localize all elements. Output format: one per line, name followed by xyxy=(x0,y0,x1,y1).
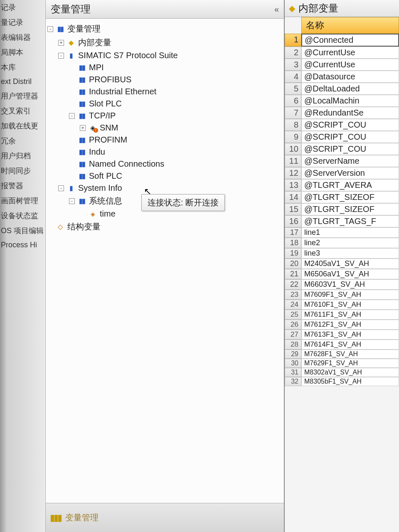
tree-node[interactable]: ▮▮PROFIBUS xyxy=(47,74,282,86)
table-row[interactable]: 27M7613F1_SV_AH xyxy=(285,330,399,340)
cell-name[interactable]: @TLGRT_SIZEOF xyxy=(301,191,399,203)
table-row[interactable]: 2@CurrentUse xyxy=(285,47,399,59)
cell-name[interactable]: @RedundantSe xyxy=(301,107,399,119)
panel-collapse-button[interactable]: « xyxy=(274,5,279,14)
cell-name[interactable]: M6603V1_SV_AH xyxy=(301,279,399,290)
table-row[interactable]: 9@SCRIPT_COU xyxy=(285,131,399,143)
cell-name[interactable]: line2 xyxy=(301,238,399,248)
table-row[interactable]: 6@LocalMachin xyxy=(285,95,399,107)
explorer-item[interactable]: 画面树管理 xyxy=(0,193,45,208)
table-row[interactable]: 14@TLGRT_SIZEOF xyxy=(285,191,399,203)
cell-name[interactable]: M8305bF1_SV_AH xyxy=(301,377,399,386)
tree-node[interactable]: ▮▮Indu xyxy=(47,146,282,158)
table-row[interactable]: 8@SCRIPT_COU xyxy=(285,119,399,131)
cell-name[interactable]: M6506aV1_SV_AH xyxy=(301,269,399,279)
explorer-item[interactable]: 报警器 xyxy=(0,178,45,193)
table-row[interactable]: 16@TLGRT_TAGS_F xyxy=(285,215,399,227)
table-row[interactable]: 13@TLGRT_AVERA xyxy=(285,179,399,191)
cell-name[interactable]: @ServerVersion xyxy=(301,167,399,179)
cell-name[interactable]: line1 xyxy=(301,227,399,238)
cell-name[interactable]: @DeltaLoaded xyxy=(301,83,399,95)
table-row[interactable]: 26M7612F1_SV_AH xyxy=(285,320,399,330)
tree-panel-footer[interactable]: ▮▮▮ 变量管理 xyxy=(46,503,284,532)
explorer-item[interactable]: ext Distril xyxy=(0,75,45,89)
explorer-item[interactable]: Process Hi xyxy=(0,238,45,252)
cell-name[interactable]: @ServerName xyxy=(301,155,399,167)
table-row[interactable]: 10@SCRIPT_COU xyxy=(285,143,399,155)
cell-name[interactable]: M7610F1_SV_AH xyxy=(301,300,399,310)
cell-name[interactable]: M7613F1_SV_AH xyxy=(301,330,399,340)
cell-name[interactable]: @TLGRT_TAGS_F xyxy=(301,215,399,227)
tree-node[interactable]: ◇结构变量 xyxy=(47,220,282,234)
collapse-icon[interactable]: - xyxy=(69,113,75,119)
cell-name[interactable]: @CurrentUse xyxy=(301,59,399,71)
table-row[interactable]: 12@ServerVersion xyxy=(285,167,399,179)
explorer-item[interactable]: 用户管理器 xyxy=(0,89,45,103)
table-row[interactable]: 19line3 xyxy=(285,248,399,259)
tree-node[interactable]: ▮▮Slot PLC xyxy=(47,98,282,110)
cell-name[interactable]: @Datasource xyxy=(301,71,399,83)
cell-name[interactable]: line3 xyxy=(301,248,399,259)
cell-name[interactable]: M7611F1_SV_AH xyxy=(301,310,399,320)
table-row[interactable]: 11@ServerName xyxy=(285,155,399,167)
tree-node[interactable]: +◈SNM xyxy=(47,122,282,134)
table-row[interactable]: 15@TLGRT_SIZEOF xyxy=(285,203,399,215)
explorer-item[interactable]: 加载在线更 xyxy=(0,118,45,133)
table-row[interactable]: 31M8302aV1_SV_AH xyxy=(285,368,399,377)
table-row[interactable]: 25M7611F1_SV_AH xyxy=(285,310,399,320)
tree-node[interactable]: +◆内部变量 xyxy=(47,36,282,49)
tree-node[interactable]: -▮▮TCP/IP xyxy=(47,110,282,122)
tree-node[interactable]: ▮▮Named Connections xyxy=(47,158,282,170)
cell-name[interactable]: M8302aV1_SV_AH xyxy=(301,368,399,377)
cell-name[interactable]: M7609F1_SV_AH xyxy=(301,290,399,300)
cell-name[interactable]: M2405aV1_SV_AH xyxy=(301,259,399,269)
cell-name[interactable]: @LocalMachin xyxy=(301,95,399,107)
collapse-icon[interactable]: - xyxy=(69,198,75,204)
explorer-item[interactable]: 记录 xyxy=(0,0,45,15)
table-row[interactable]: 29M7628F1_SV_AH xyxy=(285,350,399,359)
tree-node[interactable]: -▮SIMATIC S7 Protocol Suite xyxy=(47,49,282,62)
cell-name[interactable]: @CurrentUse xyxy=(301,47,399,59)
cell-name[interactable]: @Connected xyxy=(301,34,399,47)
collapse-icon[interactable]: - xyxy=(58,185,64,191)
explorer-item[interactable]: OS 项目编辑 xyxy=(0,223,45,238)
cell-name[interactable]: @SCRIPT_COU xyxy=(301,143,399,155)
cell-name[interactable]: @TLGRT_AVERA xyxy=(301,179,399,191)
table-row[interactable]: 7@RedundantSe xyxy=(285,107,399,119)
explorer-item[interactable]: 冗余 xyxy=(0,133,45,148)
column-header-name[interactable]: 名称 xyxy=(301,17,399,34)
table-row[interactable]: 23M7609F1_SV_AH xyxy=(285,290,399,300)
explorer-item[interactable]: 用户归档 xyxy=(0,148,45,163)
table-row[interactable]: 32M8305bF1_SV_AH xyxy=(285,377,399,386)
explorer-item[interactable]: 时间同步 xyxy=(0,163,45,178)
cell-name[interactable]: M7628F1_SV_AH xyxy=(301,350,399,359)
expand-icon[interactable]: + xyxy=(58,40,64,46)
tree-node[interactable]: -▮System Info xyxy=(47,182,282,194)
table-row[interactable]: 28M7614F1_SV_AH xyxy=(285,340,399,350)
tree-node[interactable]: ▮▮Soft PLC xyxy=(47,170,282,182)
explorer-item[interactable]: 交叉索引 xyxy=(0,103,45,118)
collapse-icon[interactable]: - xyxy=(47,26,53,32)
table-row[interactable]: 3@CurrentUse xyxy=(285,59,399,71)
table-row[interactable]: 21M6506aV1_SV_AH xyxy=(285,269,399,279)
tree-node[interactable]: -▮▮变量管理 xyxy=(47,22,282,36)
table-row[interactable]: 30M7629F1_SV_AH xyxy=(285,359,399,368)
table-row[interactable]: 4@Datasource xyxy=(285,71,399,83)
table-row[interactable]: 5@DeltaLoaded xyxy=(285,83,399,95)
explorer-item[interactable]: 表编辑器 xyxy=(0,30,45,45)
explorer-item[interactable]: 量记录 xyxy=(0,15,45,30)
tree-node[interactable]: ▮▮MPI xyxy=(47,62,282,74)
table-row[interactable]: 18line2 xyxy=(285,238,399,248)
tree-node[interactable]: ▮▮PROFINM xyxy=(47,134,282,146)
cell-name[interactable]: @TLGRT_SIZEOF xyxy=(301,203,399,215)
table-row[interactable]: 17line1 xyxy=(285,227,399,238)
table-row[interactable]: 24M7610F1_SV_AH xyxy=(285,300,399,310)
explorer-item[interactable]: 本库 xyxy=(0,60,45,75)
table-row[interactable]: 1@Connected xyxy=(285,34,399,47)
cell-name[interactable]: @SCRIPT_COU xyxy=(301,131,399,143)
expand-icon[interactable]: + xyxy=(80,125,86,131)
cell-name[interactable]: M7614F1_SV_AH xyxy=(301,340,399,350)
explorer-item[interactable]: 局脚本 xyxy=(0,45,45,60)
table-row[interactable]: 20M2405aV1_SV_AH xyxy=(285,259,399,269)
explorer-item[interactable]: 设备状态监 xyxy=(0,208,45,223)
